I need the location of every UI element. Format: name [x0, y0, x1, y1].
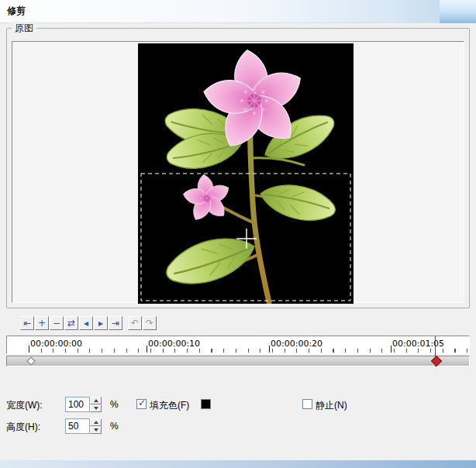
swap-marks-button[interactable]: ⇄	[64, 316, 78, 330]
timeline-ruler[interactable]: 00:00:00:00 00:00:00:10 00:00:00:20 00:0…	[6, 336, 470, 354]
height-spin-up-button[interactable]	[90, 418, 102, 426]
height-input[interactable]	[65, 418, 90, 434]
next-frame-button[interactable]: ↷	[143, 316, 157, 330]
desktop-bottom	[0, 460, 476, 468]
playhead-line	[435, 336, 436, 366]
time-label: 00:00:00:00	[30, 339, 82, 349]
width-label: 宽度(W):	[6, 399, 43, 412]
jump-end-icon: ⇥	[112, 318, 119, 329]
major-tick	[147, 346, 147, 353]
playhead-marker[interactable]	[431, 356, 442, 366]
time-label: 00:00:01:05	[392, 339, 444, 349]
jump-end-button[interactable]: ⇥	[109, 316, 122, 330]
mark-in-button[interactable]: +	[35, 316, 49, 330]
width-input[interactable]	[65, 397, 90, 412]
height-unit: %	[110, 421, 119, 432]
trim-dialog: 修剪 原图	[0, 0, 476, 468]
step-back-button[interactable]: ◂	[79, 316, 93, 330]
trim-toolbar: ⇤ + − ⇄ ◂ ▸ ⇥ ↶ ↷	[20, 316, 157, 330]
swap-marks-icon: ⇄	[67, 318, 75, 329]
time-label: 00:00:00:20	[271, 339, 323, 349]
major-tick	[269, 346, 270, 353]
time-label: 00:00:00:10	[148, 339, 200, 349]
image-stage[interactable]	[138, 43, 354, 304]
step-back-icon: ◂	[84, 318, 88, 329]
prev-frame-button[interactable]: ↶	[128, 316, 142, 330]
still-label: 静止(N)	[316, 399, 347, 412]
minor-ticks	[29, 349, 467, 353]
major-tick	[391, 346, 391, 353]
desktop-background	[440, 0, 476, 24]
mark-out-icon: −	[53, 318, 60, 329]
dialog-body: 原图	[0, 23, 476, 460]
height-spin-down-button[interactable]	[90, 426, 102, 434]
height-label: 高度(H):	[6, 421, 40, 434]
height-spinner	[65, 418, 102, 434]
still-checkbox[interactable]	[302, 399, 312, 409]
preview-area	[12, 41, 464, 303]
group-label: 原图	[12, 22, 36, 35]
width-spin-up-button[interactable]	[90, 397, 102, 404]
title-bar[interactable]: 修剪	[0, 0, 440, 23]
fill-color-swatch[interactable]	[201, 399, 211, 409]
jump-start-icon: ⇤	[23, 318, 31, 329]
next-frame-icon: ↷	[146, 318, 153, 329]
window-title: 修剪	[7, 5, 26, 16]
fill-color-label: 填充色(F)	[150, 399, 189, 412]
step-forward-icon: ▸	[98, 318, 103, 329]
start-marker[interactable]	[26, 356, 35, 365]
width-spinner	[65, 397, 102, 412]
step-forward-button[interactable]: ▸	[94, 316, 108, 330]
jump-start-button[interactable]: ⇤	[20, 316, 34, 330]
prev-frame-icon: ↶	[131, 318, 139, 329]
controls-row-2: 高度(H): %	[0, 418, 476, 435]
flower-artwork	[138, 43, 354, 304]
source-groupbox: 原图	[6, 28, 470, 308]
controls-row-1: 宽度(W): % 填充色(F) 静止(N)	[0, 396, 476, 413]
fill-color-checkbox[interactable]	[136, 399, 147, 409]
timeline-track[interactable]	[6, 356, 470, 366]
mark-out-button[interactable]: −	[50, 316, 64, 330]
width-spin-down-button[interactable]	[90, 404, 102, 412]
mark-in-icon: +	[38, 318, 46, 329]
major-tick	[29, 346, 29, 353]
width-unit: %	[110, 399, 119, 410]
